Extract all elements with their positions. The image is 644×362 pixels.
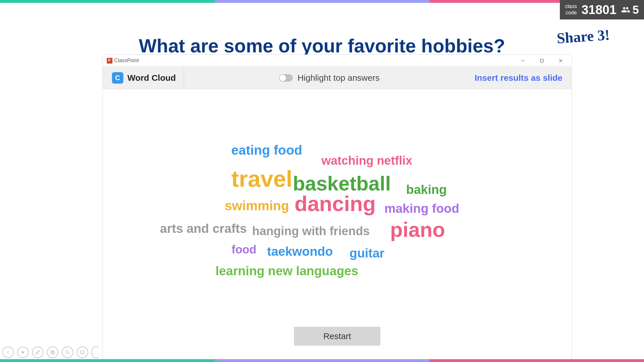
stripe-segment <box>429 359 644 362</box>
question-title: What are some of your favorite hobbies? <box>0 35 644 57</box>
insert-results-link[interactable]: Insert results as slide <box>475 73 562 83</box>
close-icon <box>559 59 563 63</box>
word-arts-and-crafts: arts and crafts <box>160 221 247 236</box>
play-button[interactable] <box>17 347 29 358</box>
maximize-button[interactable] <box>533 55 551 66</box>
more-button[interactable] <box>92 347 98 358</box>
highlight-toggle[interactable] <box>279 74 293 82</box>
word-piano: piano <box>390 218 445 241</box>
stripe-segment <box>0 0 215 3</box>
minimize-button[interactable] <box>514 55 532 66</box>
svg-rect-6 <box>52 352 54 355</box>
screen-button[interactable] <box>77 347 88 358</box>
copy-button[interactable] <box>47 347 58 358</box>
toolbar-left: C Word Cloud <box>112 67 184 89</box>
minimize-icon <box>521 59 525 63</box>
presentation-toolbar <box>2 347 98 358</box>
word-learning-new-languages: learning new languages <box>216 264 358 278</box>
classpoint-icon: C <box>112 72 123 84</box>
maximize-icon <box>540 59 544 63</box>
class-label-2: code <box>565 10 577 16</box>
wordcloud-canvas: eating foodwatching netflixtravelbasketb… <box>103 89 572 322</box>
wordcloud-label: Word Cloud <box>127 73 176 83</box>
zoom-button[interactable] <box>62 347 73 358</box>
modal-toolbar: C Word Cloud Highlight top answers Inser… <box>103 67 572 89</box>
bottom-stripe <box>0 359 644 362</box>
people-icon <box>621 5 630 14</box>
toolbar-center: Highlight top answers <box>184 73 475 83</box>
titlebar-title: ClassPoint <box>114 58 139 64</box>
class-code-label: class code <box>565 3 577 16</box>
participants-count: 5 <box>621 3 639 16</box>
word-travel: travel <box>231 166 292 192</box>
stripe-segment <box>0 359 215 362</box>
svg-rect-9 <box>80 351 84 353</box>
word-making-food: making food <box>384 201 459 216</box>
close-button[interactable] <box>552 55 570 66</box>
word-food: food <box>232 243 256 256</box>
restart-button[interactable]: Restart <box>294 327 380 346</box>
modal-titlebar: ClassPoint <box>103 55 572 67</box>
powerpoint-icon <box>107 58 112 64</box>
class-info-bar: class code 31801 5 <box>560 0 644 19</box>
pen-button[interactable] <box>32 347 44 358</box>
highlight-label: Highlight top answers <box>297 73 380 83</box>
word-guitar: guitar <box>349 246 384 260</box>
back-button[interactable] <box>2 347 14 358</box>
svg-line-8 <box>68 353 70 354</box>
word-swimming: swimming <box>225 198 289 213</box>
word-baking: baking <box>406 182 447 197</box>
top-stripe <box>0 0 644 3</box>
participants-number: 5 <box>633 3 639 16</box>
titlebar-left: ClassPoint <box>107 58 139 64</box>
svg-rect-5 <box>51 351 53 353</box>
word-dancing: dancing <box>295 192 376 216</box>
class-code-value: 31801 <box>581 3 616 17</box>
svg-marker-4 <box>22 351 25 354</box>
word-hanging-with-friends: hanging with friends <box>252 224 370 238</box>
class-label-1: class <box>565 3 577 10</box>
stripe-segment <box>215 0 429 3</box>
svg-rect-1 <box>540 59 543 62</box>
stripe-segment <box>215 359 429 362</box>
word-taekwondo: taekwondo <box>267 244 333 259</box>
word-watching-netflix: watching netflix <box>321 154 412 168</box>
wordcloud-modal: ClassPoint C Word Cloud Highlight top an… <box>102 54 572 360</box>
svg-point-7 <box>66 350 68 353</box>
word-eating-food: eating food <box>231 142 302 158</box>
window-controls <box>514 55 570 66</box>
